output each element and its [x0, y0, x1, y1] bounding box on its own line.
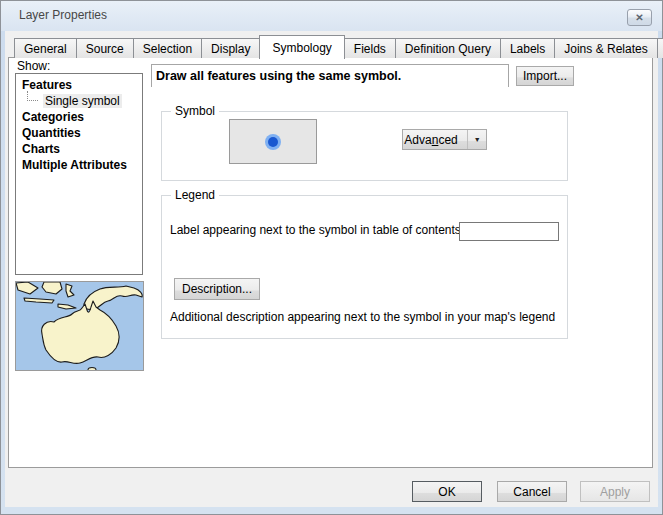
show-item-categories[interactable]: Categories [16, 109, 142, 125]
tab-strip: General Source Selection Display Symbolo… [14, 35, 663, 58]
tab-symbology[interactable]: Symbology [259, 35, 344, 59]
show-item-single-symbol[interactable]: Single symbol [16, 93, 142, 109]
legend-additional-caption: Additional description appearing next to… [170, 310, 555, 324]
symbology-tab-page: Show: Features Single symbol Categories … [8, 57, 653, 468]
dialog-body: General Source Selection Display Symbolo… [5, 31, 658, 507]
legend-group-title: Legend [171, 188, 219, 202]
point-symbol-icon [263, 132, 283, 152]
map-preview-thumbnail [15, 281, 144, 371]
show-item-single-symbol-label: Single symbol [43, 94, 122, 108]
tab-labels[interactable]: Labels [500, 38, 555, 58]
tree-branch-icon [27, 91, 38, 101]
description-button[interactable]: Description... [174, 278, 260, 300]
show-label: Show: [17, 59, 50, 73]
close-button[interactable]: ✕ [627, 9, 652, 26]
tab-definition-query[interactable]: Definition Query [395, 38, 501, 58]
tab-joins-relates[interactable]: Joins & Relates [554, 38, 657, 58]
renderer-heading-box: Draw all features using the same symbol. [151, 64, 509, 87]
tab-selection[interactable]: Selection [133, 38, 202, 58]
advanced-label: Advanced [404, 133, 457, 147]
advanced-button[interactable]: Advanced ▼ [402, 129, 487, 150]
ok-button[interactable]: OK [412, 481, 482, 502]
tab-display[interactable]: Display [201, 38, 260, 58]
apply-button[interactable]: Apply [580, 481, 650, 502]
legend-label-input[interactable] [459, 222, 559, 241]
legend-label-caption: Label appearing next to the symbol in ta… [170, 223, 464, 237]
window-title: Layer Properties [19, 8, 107, 22]
show-listbox[interactable]: Features Single symbol Categories Quanti… [15, 73, 143, 275]
map-preview-icon [16, 282, 144, 371]
chevron-down-icon: ▼ [467, 130, 481, 149]
layer-properties-dialog: Layer Properties ✕ General Source Select… [0, 0, 663, 515]
symbol-group: Symbol Advanced ▼ [161, 111, 568, 181]
show-item-charts[interactable]: Charts [16, 141, 142, 157]
import-button[interactable]: Import... [516, 66, 574, 86]
cancel-button[interactable]: Cancel [497, 481, 567, 502]
symbol-group-title: Symbol [171, 104, 219, 118]
show-item-multiple-attributes[interactable]: Multiple Attributes [16, 157, 142, 173]
tab-time[interactable]: Time [657, 38, 663, 58]
close-icon: ✕ [635, 12, 643, 23]
titlebar[interactable]: Layer Properties ✕ [1, 1, 662, 31]
tab-fields[interactable]: Fields [344, 38, 396, 58]
symbol-preview-button[interactable] [229, 119, 317, 164]
show-item-quantities[interactable]: Quantities [16, 125, 142, 141]
tab-general[interactable]: General [14, 38, 77, 58]
legend-group: Legend Label appearing next to the symbo… [161, 195, 568, 339]
tab-source[interactable]: Source [76, 38, 134, 58]
renderer-heading: Draw all features using the same symbol. [156, 69, 401, 83]
